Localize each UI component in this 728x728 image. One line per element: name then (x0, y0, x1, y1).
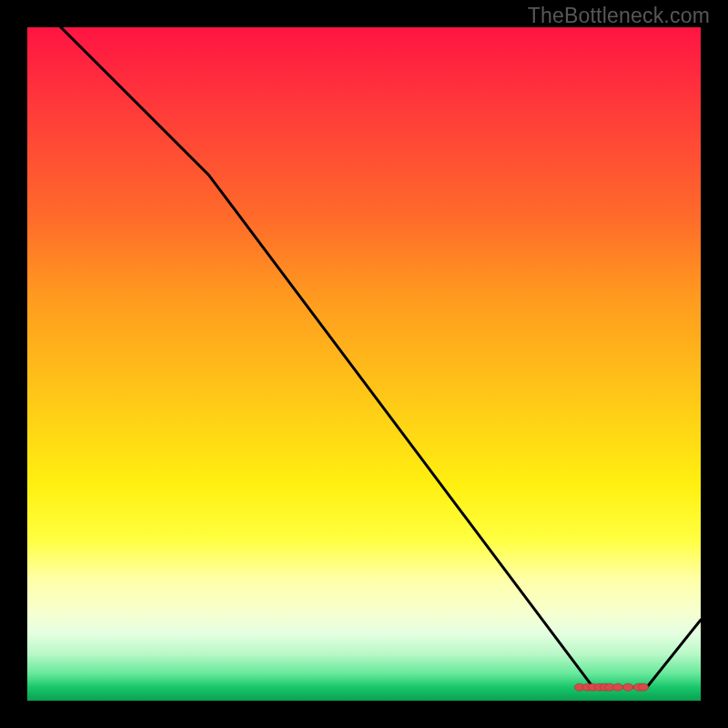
chart-frame: TheBottleneck.com (0, 0, 728, 728)
plot-overlay (27, 27, 701, 701)
marker-dot (612, 683, 622, 691)
curve-layer (47, 14, 701, 687)
marker-dot (623, 683, 633, 691)
bottleneck-curve (47, 14, 701, 687)
watermark-text: TheBottleneck.com (528, 4, 710, 28)
marker-dot (639, 683, 649, 691)
optimal-markers (574, 683, 648, 691)
